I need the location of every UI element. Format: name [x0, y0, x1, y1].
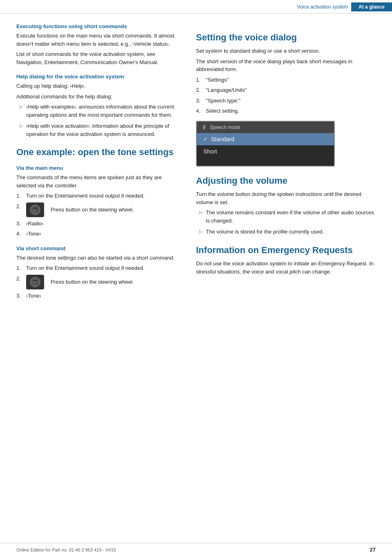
list-item: ▷ ›Help with voice activation‹: informat… — [16, 122, 178, 138]
via-short-body: The desired tone settings can also be st… — [16, 254, 178, 262]
adjusting-title: Adjusting the volume — [196, 176, 379, 186]
via-main-body: The commands of the menu items are spoke… — [16, 173, 178, 189]
list-item: 2. "Language/Units" — [196, 86, 379, 94]
speech-mode-icon: 🎙 — [202, 124, 207, 131]
help-dialog-body1: Calling up help dialog: ›Help‹. — [16, 82, 178, 90]
page-footer: Online Edition for Part no. 01 40 2 963 … — [0, 543, 392, 556]
bullet-arrow-icon: ▷ — [20, 103, 26, 119]
voice-dialog-steps: 1. "Settings" 2. "Language/Units" 3. "Sp… — [196, 76, 379, 115]
list-item: 4. ›Tone‹ — [16, 230, 178, 238]
speech-mode-header: 🎙 Speech mode — [197, 122, 334, 133]
svg-text:((•: ((• — [33, 208, 37, 212]
bullet-arrow-icon: ▷ — [199, 209, 206, 225]
adjusting-body: Turn the volume button during the spoken… — [196, 190, 379, 206]
list-item: 1. "Settings" — [196, 76, 379, 84]
list-item: ▷ The volume remains constant even if th… — [196, 209, 379, 225]
via-short-title: Via short command — [16, 245, 178, 251]
help-bullet-2: ›Help with voice activation‹: informatio… — [26, 122, 178, 138]
steering-button-icon: ((• — [26, 202, 44, 217]
emergency-body: Do not use the voice activation system t… — [196, 260, 379, 276]
voice-dialog-title: Setting the voice dialog — [196, 32, 379, 43]
speech-mode-screenshot: 🎙 Speech mode Standard Short — [196, 121, 335, 167]
list-item: 1. Turn on the Entertainment sound outpu… — [16, 264, 178, 272]
list-item: 2. ((• Press button on the steering whee… — [16, 202, 178, 217]
bullet-arrow-icon: ▷ — [20, 122, 26, 138]
steering-button-icon: ((• — [26, 275, 44, 289]
voice-dialog-body2: The short version of the voice dialog pl… — [196, 58, 379, 73]
help-bullet-1: ›Help with examples‹: announces informat… — [26, 103, 178, 119]
list-item: 4. Select setting. — [196, 107, 379, 115]
executing-body1: Execute functions on the main menu via s… — [16, 32, 178, 48]
via-main-steps: 1. Turn on the Entertainment sound outpu… — [16, 192, 178, 238]
list-item: ▷ ›Help with examples‹: announces inform… — [16, 103, 178, 119]
executing-body2: List of short commands for the voice act… — [16, 50, 178, 66]
speech-mode-standard: Standard — [197, 133, 334, 145]
list-item: 3. "Speech type:" — [196, 97, 379, 105]
list-item: 2. ((• Press button on the steering whee… — [16, 275, 178, 289]
help-bullets: ▷ ›Help with examples‹: announces inform… — [16, 103, 178, 138]
right-column: Setting the voice dialog Set system to s… — [188, 13, 392, 312]
header-tab: At a glance — [351, 2, 392, 11]
help-dialog-body2: Additional commands for the help dialog: — [16, 93, 178, 101]
adjusting-bullets: ▷ The volume remains constant even if th… — [196, 209, 379, 236]
via-main-title: Via the main menu — [16, 165, 178, 171]
main-content: Executing functions using short commands… — [0, 13, 392, 312]
executing-title: Executing functions using short commands — [16, 23, 178, 29]
footer-citation: Online Edition for Part no. 01 40 2 963 … — [16, 547, 116, 552]
tone-title: One example: open the tone settings — [16, 147, 178, 158]
list-item: ▷ The volume is stored for the profile c… — [196, 228, 379, 236]
left-column: Executing functions using short commands… — [0, 13, 188, 312]
page-header: Voice activation system At a glance — [0, 0, 392, 13]
via-short-steps: 1. Turn on the Entertainment sound outpu… — [16, 264, 178, 300]
list-item: 3. ›Tone‹ — [16, 292, 178, 300]
page-number: 27 — [370, 547, 376, 553]
speech-mode-title: Speech mode — [210, 125, 240, 130]
list-item: 3. ›Radio‹ — [16, 220, 178, 228]
svg-text:((•: ((• — [33, 280, 37, 285]
emergency-title: Information on Emergency Requests — [196, 245, 379, 256]
bullet-arrow-icon: ▷ — [199, 228, 206, 236]
speech-mode-short: Short — [197, 145, 334, 158]
help-dialog-title: Help dialog for the voice activation sys… — [16, 73, 178, 80]
list-item: 1. Turn on the Entertainment sound outpu… — [16, 192, 178, 200]
voice-dialog-body1: Set system to standard dialog or use a s… — [196, 47, 379, 55]
header-section-label: Voice activation system — [297, 4, 351, 10]
